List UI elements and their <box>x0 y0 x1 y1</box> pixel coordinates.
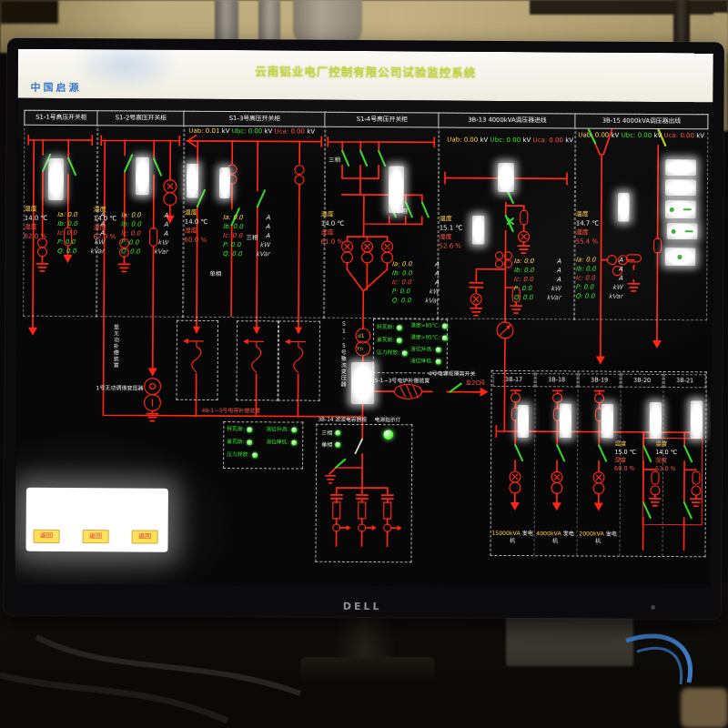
kvar-unit: kVar <box>90 248 105 256</box>
amp-unit: A <box>435 260 440 268</box>
p: P: 0.0 <box>121 238 139 247</box>
amp-unit: A <box>434 278 439 287</box>
to-bus-label: 至2C段 <box>466 379 486 387</box>
green-mark <box>683 208 692 210</box>
status-lamp <box>436 347 441 352</box>
kw-unit: kW <box>158 239 168 248</box>
amp-unit: A <box>164 221 168 229</box>
indicator-box <box>667 223 698 239</box>
q: Q: 0.0 <box>391 297 410 305</box>
ia: Ia: 0.0 <box>57 211 77 219</box>
return-button[interactable]: 返回 <box>83 530 109 543</box>
amp-unit: A <box>557 258 561 266</box>
indicator-lamp-glare <box>601 404 613 439</box>
ubc-value: Ubc: 0.00 <box>622 132 652 139</box>
current-power-block: Ia: 0.0A Ib: 0.0A Ic: 0.0A P: 0.0kW Q: 0… <box>575 256 622 300</box>
bay-divider <box>533 371 535 555</box>
indicator-lamp-glare <box>389 166 404 213</box>
indicator-lamp-glare <box>618 193 630 222</box>
p: P: 0.0 <box>575 283 593 291</box>
generator-label: 4000kVA 发电机 <box>534 530 577 544</box>
dell-logo: DELL <box>4 599 721 615</box>
kv-unit: kV <box>612 132 620 139</box>
amp-unit: A <box>266 232 270 240</box>
status-lamp <box>248 427 253 432</box>
ic: Ic: 0.0 <box>57 229 77 238</box>
hum-label: 湿度 <box>321 229 345 238</box>
q: Q: 0.0 <box>575 292 594 300</box>
phase-label: 单相 <box>209 270 221 278</box>
phase-label: 单相 <box>321 441 332 449</box>
kvar-unit: kVar <box>425 297 440 305</box>
indicator-lamp-glare <box>472 216 485 245</box>
panel-title: 3B-15 4000kVA调压器出线 <box>574 113 708 129</box>
kw-unit: kW <box>429 288 439 296</box>
ia: Ia: 0.0 <box>391 260 411 268</box>
indicator-lamp-glare <box>559 403 571 438</box>
indicator-box <box>665 159 696 176</box>
capacitor-status-box: 轻瓦斯: 重瓦斯: 压力释放: 油位升高: 油位降低: <box>223 421 303 470</box>
p: P: 0.0 <box>513 285 531 293</box>
temp-hum-block: 温度 14.0 ℃ 湿度 61.0 % <box>321 211 345 247</box>
uca-value: Uca: 0.00 <box>664 132 694 139</box>
ib: Ib: 0.0 <box>57 220 77 228</box>
hum-label: 湿度 <box>185 228 208 236</box>
phase-label: 三相 <box>329 157 340 164</box>
status-lamp <box>402 350 408 356</box>
ib: Ib: 0.0 <box>223 223 243 231</box>
temp-hum-block: 温度 15.1 ℃ 湿度 52.6 % <box>440 216 463 251</box>
indicator-box <box>664 248 695 266</box>
temp-label: 温度 <box>614 440 636 448</box>
green-mark <box>677 255 682 259</box>
transformer-protection-box: 轻瓦斯: 重瓦斯: 压力释放: 温度>85℃: 温度>95℃: 油位升高: 油位… <box>373 318 448 373</box>
green-mark <box>685 230 693 232</box>
voltage-row-s1-3: Uab: 0.01 kV Ubc: 0.00 kV Uca: 0.00 kV <box>188 127 315 136</box>
temp-value: 14.7 ℃ <box>576 219 600 228</box>
hum-label: 湿度 <box>440 234 463 242</box>
filter-box-1 <box>177 320 219 400</box>
kvar-unit: kVar <box>256 250 270 258</box>
indicator-box <box>665 200 696 218</box>
indicator-lamp-glare <box>690 400 703 439</box>
ubc-value: Ubc: 0.00 <box>490 136 521 144</box>
status-signal: 轻瓦斯: <box>227 426 244 432</box>
temp-value: 14.0 ℃ <box>655 449 677 456</box>
amp-unit: A <box>100 211 105 219</box>
q: Q: 0.0 <box>120 248 139 256</box>
prot-signal: 压力释放: <box>377 349 399 356</box>
q: Q: 0.0 <box>56 248 76 256</box>
panel-title: S1-3号高压开关柜 <box>183 111 326 127</box>
ib: Ib: 0.0 <box>513 267 533 275</box>
return-button[interactable]: 返回 <box>34 530 60 543</box>
hum-value: 53.0 % <box>655 465 677 472</box>
indicator-lamp-glare <box>517 405 529 438</box>
indicator-lamp-glare <box>219 167 230 198</box>
uab-value: Uab: 0.00 <box>578 131 609 138</box>
amp-unit: A <box>100 220 105 228</box>
indicator-lamp-glare <box>350 362 374 404</box>
hum-value: 60.0 % <box>614 465 636 472</box>
status-lamp <box>291 427 297 432</box>
monitor-stand-base <box>300 657 435 679</box>
capacitor-bank-label: 4B-1~3号电容补偿装置 <box>201 407 260 414</box>
temp-hum-block: 温度 14.7 ℃ 湿度 55.4 % <box>576 210 600 246</box>
temp-hum-block: 温度 15.0 ℃ 湿度 60.0 % <box>614 440 636 472</box>
return-button[interactable]: 返回 <box>132 530 158 543</box>
prot-signal: 温度>95℃: <box>410 334 440 340</box>
q: Q: 0.0 <box>513 294 532 302</box>
temp-label: 温度 <box>440 216 463 224</box>
kv-unit: kV <box>307 128 315 136</box>
kv-unit: kV <box>264 127 272 135</box>
uca-value: Uca: 0.00 <box>532 136 562 144</box>
temp-label: 温度 <box>321 211 345 219</box>
ic: Ic: 0.0 <box>513 276 533 284</box>
temp-value: 14.0 ℃ <box>25 215 48 223</box>
temp-label: 温度 <box>655 440 677 448</box>
kw-unit: kW <box>551 285 561 293</box>
power-led[interactable] <box>651 605 655 610</box>
indicator-lamp-glare <box>187 164 198 198</box>
brand-logo-text: 中国启源 <box>31 79 82 94</box>
hum-label: 湿度 <box>576 228 600 237</box>
kv-unit: kV <box>222 127 230 135</box>
hum-value: 60.0 % <box>185 237 208 245</box>
